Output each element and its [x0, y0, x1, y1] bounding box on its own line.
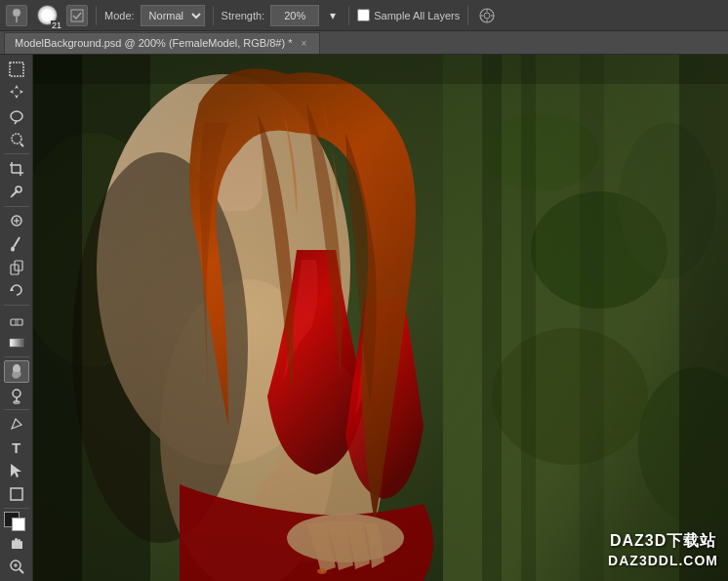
- main-area: T: [0, 55, 728, 581]
- svg-point-0: [13, 9, 20, 17]
- top-toolbar: 21 Mode: Normal Strength: ▾ Sample All L…: [0, 0, 728, 31]
- svg-rect-67: [33, 55, 728, 581]
- mode-select[interactable]: Normal: [141, 5, 205, 26]
- tool-zoom[interactable]: [4, 555, 29, 577]
- svg-point-34: [13, 390, 20, 397]
- tool-smudge[interactable]: [4, 360, 29, 383]
- sample-all-layers-label[interactable]: Sample All Layers: [357, 9, 460, 21]
- document-tab[interactable]: ModelBackground.psd @ 200% (FemaleModel,…: [4, 32, 320, 54]
- tool-quick-select[interactable]: [4, 128, 29, 150]
- tool-pen[interactable]: [4, 413, 29, 436]
- tool-history-brush[interactable]: [4, 279, 29, 302]
- separator-1: [96, 6, 97, 25]
- type-icon: T: [12, 439, 20, 456]
- tool-type[interactable]: T: [4, 436, 29, 459]
- sample-all-layers-text: Sample All Layers: [374, 10, 460, 21]
- left-toolbar: T: [0, 55, 33, 581]
- svg-marker-38: [11, 464, 21, 477]
- svg-rect-31: [15, 319, 19, 325]
- tab-bar: ModelBackground.psd @ 200% (FemaleModel,…: [0, 31, 728, 55]
- tool-eyedropper[interactable]: [4, 181, 29, 203]
- tool-crop[interactable]: [4, 157, 29, 180]
- svg-rect-70: [33, 55, 728, 84]
- brush-size-number: 21: [51, 21, 62, 30]
- svg-point-13: [12, 134, 21, 144]
- svg-rect-44: [12, 545, 22, 549]
- tool-lasso[interactable]: [4, 105, 29, 128]
- canvas-svg: [33, 55, 728, 581]
- strength-dropdown-arrow[interactable]: ▾: [325, 5, 341, 26]
- svg-line-46: [20, 569, 23, 573]
- svg-rect-68: [33, 55, 82, 581]
- tool-gradient[interactable]: [4, 332, 29, 354]
- svg-point-4: [484, 13, 490, 19]
- tool-shape[interactable]: [4, 482, 29, 505]
- tab-title: ModelBackground.psd @ 200% (FemaleModel,…: [15, 37, 292, 49]
- brush-tool-button[interactable]: [6, 5, 27, 26]
- svg-line-21: [11, 196, 12, 197]
- tool-separator-5: [4, 409, 29, 410]
- brush-size-display: 21: [33, 2, 61, 29]
- smudge-settings-button[interactable]: [476, 5, 498, 26]
- separator-3: [348, 6, 349, 25]
- tool-separator-1: [4, 153, 29, 154]
- strength-label: Strength:: [222, 10, 265, 21]
- svg-rect-9: [10, 62, 23, 76]
- tab-close-button[interactable]: ×: [298, 37, 309, 49]
- canvas-area[interactable]: DAZ3D下载站 DAZ3DDL.COM: [33, 55, 728, 581]
- svg-rect-2: [71, 10, 83, 21]
- svg-line-37: [16, 419, 21, 425]
- tool-hand[interactable]: [4, 531, 29, 554]
- strength-input[interactable]: [270, 5, 319, 26]
- svg-line-14: [20, 144, 23, 146]
- svg-rect-69: [679, 55, 728, 581]
- background-color[interactable]: [12, 518, 25, 531]
- tool-eraser[interactable]: [4, 309, 29, 331]
- mode-label: Mode:: [104, 10, 135, 21]
- svg-point-26: [11, 246, 15, 251]
- tool-move[interactable]: [4, 82, 29, 104]
- separator-4: [467, 6, 468, 25]
- tool-path-select[interactable]: [4, 460, 29, 482]
- tool-separator-6: [4, 508, 29, 509]
- svg-rect-39: [11, 488, 22, 500]
- fg-bg-colors[interactable]: [4, 512, 29, 530]
- svg-point-11: [11, 111, 22, 121]
- sample-all-layers-checkbox[interactable]: [357, 9, 370, 21]
- tool-dodge[interactable]: [4, 384, 29, 406]
- svg-marker-10: [10, 85, 23, 99]
- tool-brush[interactable]: [4, 232, 29, 255]
- mode-icon-button[interactable]: [66, 5, 88, 26]
- svg-rect-32: [10, 339, 23, 347]
- tool-separator-2: [4, 206, 29, 207]
- tool-spot-heal[interactable]: [4, 210, 29, 232]
- separator-2: [213, 6, 214, 25]
- tool-rectangular-marquee[interactable]: [4, 59, 29, 81]
- svg-line-25: [14, 237, 20, 247]
- svg-point-20: [16, 187, 21, 192]
- tool-separator-3: [4, 305, 29, 306]
- tool-separator-4: [4, 356, 29, 357]
- tool-clone-stamp[interactable]: [4, 256, 29, 278]
